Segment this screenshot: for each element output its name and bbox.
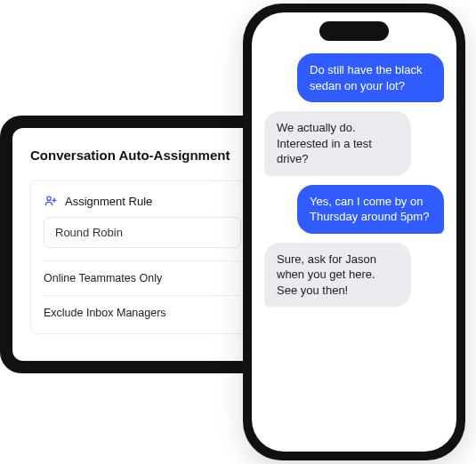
option-online-teammates[interactable]: Online Teammates Only bbox=[44, 260, 241, 295]
chat-bubble-received: Sure, ask for Jason when you get here. S… bbox=[264, 243, 411, 308]
user-plus-icon bbox=[44, 194, 58, 208]
chat-thread: Do still have the black sedan on your lo… bbox=[264, 46, 444, 307]
settings-screen: Conversation Auto-Assignment Assignment … bbox=[12, 128, 272, 361]
option-exclude-managers[interactable]: Exclude Inbox Managers bbox=[44, 295, 241, 330]
phone-frame: Do still have the black sedan on your lo… bbox=[243, 4, 465, 460]
phone-screen: Do still have the black sedan on your lo… bbox=[252, 12, 456, 452]
assignment-rule-select[interactable]: Round Robin bbox=[44, 217, 241, 248]
settings-tablet-frame: Conversation Auto-Assignment Assignment … bbox=[0, 116, 285, 373]
settings-title: Conversation Auto-Assignment bbox=[30, 148, 254, 163]
assignment-rule-label: Assignment Rule bbox=[65, 195, 152, 208]
phone-notch bbox=[319, 21, 389, 41]
settings-panel: Assignment Rule Round Robin Online Teamm… bbox=[30, 180, 254, 334]
assignment-rule-header: Assignment Rule bbox=[44, 194, 241, 208]
svg-point-0 bbox=[47, 196, 51, 200]
chat-bubble-received: We actually do. Interested in a test dri… bbox=[264, 111, 411, 176]
chat-bubble-sent: Yes, can I come by on Thursday around 5p… bbox=[297, 185, 444, 234]
chat-bubble-sent: Do still have the black sedan on your lo… bbox=[297, 53, 444, 102]
